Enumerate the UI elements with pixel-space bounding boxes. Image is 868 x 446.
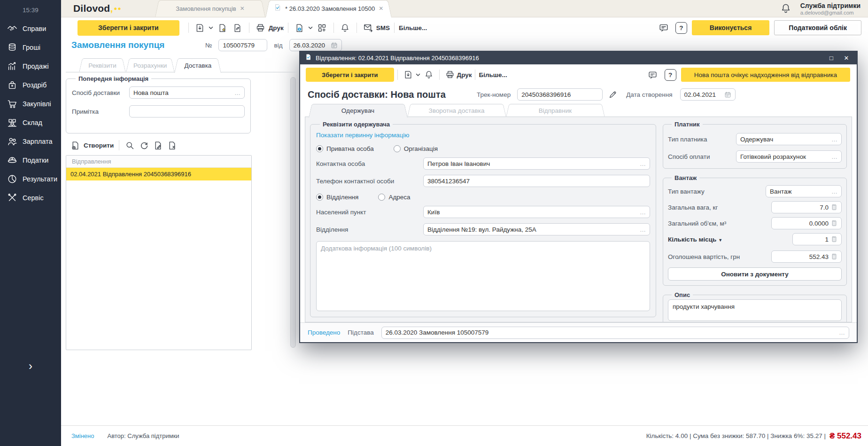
more-button[interactable]: Більше...: [399, 24, 427, 31]
attachment-document-icon[interactable]: [231, 21, 245, 35]
sidebar-item-spravy[interactable]: Справи: [0, 19, 61, 38]
radio-branch[interactable]: Відділення: [316, 194, 358, 201]
info-document-icon[interactable]: [293, 21, 307, 35]
tab-oderzhuvach[interactable]: Одержувач: [309, 104, 407, 117]
additional-info-textarea[interactable]: [316, 241, 650, 311]
list-column-header[interactable]: Відправлення: [66, 156, 251, 168]
shipment-list-item[interactable]: 02.04.2021 Відправлення 20450368396916: [66, 168, 251, 180]
ellipsis-picker-icon[interactable]: …: [831, 153, 837, 160]
delivery-method-input[interactable]: Нова пошта …: [129, 86, 245, 99]
reminder-bell-icon[interactable]: [338, 21, 352, 35]
tab-orders-list[interactable]: Замовлення покупців ✕: [155, 0, 265, 17]
edit-document-icon[interactable]: [151, 138, 165, 152]
document-number-input[interactable]: 105007579: [218, 39, 267, 51]
base-document-input[interactable]: 26.03.2020 Замовлення 105007579…: [381, 327, 849, 339]
chevron-down-icon[interactable]: [308, 25, 314, 31]
panel-scrollbar[interactable]: [290, 77, 296, 348]
user-info[interactable]: Служба підтримки a.delovod@gmail.com: [800, 2, 860, 16]
save-icon[interactable]: [401, 68, 415, 82]
created-date-input[interactable]: 02.04.2021: [680, 88, 736, 101]
description-textarea[interactable]: продукти харчування: [668, 299, 842, 321]
chevron-down-icon[interactable]: [208, 25, 215, 31]
comment-icon[interactable]: [646, 68, 660, 82]
ellipsis-picker-icon[interactable]: …: [640, 226, 646, 233]
calendar-icon[interactable]: [724, 91, 731, 98]
posted-link[interactable]: Проведено: [308, 329, 340, 336]
note-input[interactable]: [129, 105, 245, 117]
tab-rozrakhunky[interactable]: Розрахунки: [126, 58, 174, 72]
contact-person-input[interactable]: Петров Іван Іванович…: [423, 157, 650, 170]
sidebar-item-podatky[interactable]: Податки: [0, 151, 61, 170]
ellipsis-picker-icon[interactable]: …: [640, 209, 646, 216]
sidebar-item-servis[interactable]: Сервіс: [0, 188, 61, 207]
declared-value-input[interactable]: 552.43: [771, 250, 842, 263]
city-input[interactable]: Київ…: [423, 206, 650, 218]
total-volume-input[interactable]: 0.0000: [771, 217, 842, 229]
help-button[interactable]: ?: [675, 22, 687, 34]
search-icon[interactable]: [123, 138, 137, 152]
update-from-document-button[interactable]: Оновити з документу: [668, 267, 842, 281]
create-document-icon[interactable]: [70, 138, 81, 152]
track-number-input[interactable]: 20450368396916: [517, 88, 603, 101]
contact-phone-input[interactable]: 380541236547: [423, 175, 650, 187]
calculator-icon[interactable]: [831, 253, 837, 260]
tab-vidpravnyk[interactable]: Відправник: [506, 104, 604, 117]
sidebar-item-hroshi[interactable]: Гроші: [0, 38, 61, 57]
refresh-icon[interactable]: [137, 138, 151, 152]
sms-button[interactable]: SMS: [376, 24, 390, 31]
save-close-button[interactable]: Зберегти і закрити: [78, 20, 179, 36]
tab-order-document[interactable]: * 26.03.2020 Замовлення 10500 ✕: [265, 0, 392, 17]
ellipsis-picker-icon[interactable]: …: [831, 136, 837, 143]
reminder-bell-icon[interactable]: [422, 68, 436, 82]
sidebar-item-sklad[interactable]: Склад: [0, 113, 61, 132]
ellipsis-picker-icon[interactable]: …: [640, 160, 646, 167]
close-icon[interactable]: ✕: [379, 5, 383, 12]
tab-rekvizyty[interactable]: Реквізити: [79, 58, 126, 72]
cargo-type-input[interactable]: Вантаж…: [766, 185, 842, 197]
sms-envelope-icon[interactable]: [361, 21, 375, 35]
calculator-icon[interactable]: [831, 236, 837, 243]
document-date-input[interactable]: 26.03.2020: [289, 39, 342, 51]
help-button[interactable]: ?: [665, 69, 676, 81]
sidebar-collapse-button[interactable]: ›: [0, 360, 61, 372]
ellipsis-picker-icon[interactable]: …: [831, 188, 837, 195]
pencil-edit-icon[interactable]: [605, 87, 620, 102]
tab-zvorotna-dostavka[interactable]: Зворотна доставка: [407, 104, 506, 117]
print-icon[interactable]: [254, 21, 268, 35]
tax-accounting-button[interactable]: Податковий облік: [774, 20, 861, 35]
total-weight-input[interactable]: 7.0: [771, 201, 842, 213]
radio-private-person[interactable]: Приватна особа: [316, 145, 374, 152]
comment-icon[interactable]: [657, 21, 671, 35]
tab-dostavka[interactable]: Доставка: [174, 58, 221, 72]
places-count-input[interactable]: 1: [792, 233, 842, 245]
sidebar-item-zakupivli[interactable]: Закупівлі: [0, 94, 61, 113]
favorite-document-icon[interactable]: [216, 21, 230, 35]
payer-type-input[interactable]: Одержувач…: [736, 133, 842, 145]
delete-document-icon[interactable]: [165, 138, 179, 152]
add-widget-icon[interactable]: [315, 21, 329, 35]
sidebar-item-rezultaty[interactable]: Результати: [0, 170, 61, 188]
show-primary-info-link[interactable]: Показати первинну інформацію: [316, 132, 409, 139]
print-button[interactable]: Друк: [269, 24, 284, 31]
save-icon[interactable]: [193, 21, 207, 35]
sidebar-item-prodazhi[interactable]: Продажі: [0, 57, 61, 76]
calculator-icon[interactable]: [831, 220, 837, 227]
ellipsis-picker-icon[interactable]: …: [234, 89, 240, 96]
modal-save-close-button[interactable]: Зберегти і закрити: [306, 68, 394, 82]
payment-method-input[interactable]: Готівковий розрахунок…: [736, 150, 842, 163]
radio-organization[interactable]: Організація: [394, 145, 438, 152]
nova-poshta-status-banner[interactable]: Нова пошта очікує надходження від відпра…: [681, 68, 850, 82]
sidebar-item-rozdrib[interactable]: Роздріб: [0, 76, 61, 94]
chevron-down-icon[interactable]: [415, 72, 422, 78]
ellipsis-picker-icon[interactable]: …: [839, 329, 845, 336]
calendar-icon[interactable]: [331, 42, 338, 49]
radio-address[interactable]: Адреса: [378, 194, 410, 201]
more-button[interactable]: Більше...: [479, 71, 507, 78]
calculator-icon[interactable]: [831, 204, 837, 211]
places-count-label[interactable]: Кількість місць ▼: [668, 236, 722, 243]
notifications-bell-icon[interactable]: [779, 1, 793, 16]
status-badge-button[interactable]: Виконується: [692, 20, 769, 35]
sidebar-item-zarplata[interactable]: Зарплата: [0, 132, 61, 151]
print-icon[interactable]: [443, 68, 457, 82]
close-icon[interactable]: ✕: [841, 55, 852, 62]
